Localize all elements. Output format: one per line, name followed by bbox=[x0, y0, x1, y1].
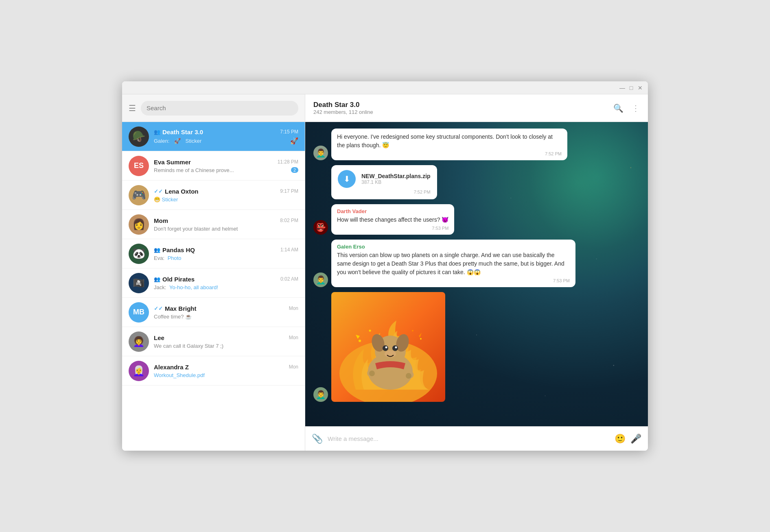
sender-name-vader: Darth Vader bbox=[337, 208, 448, 214]
chat-item-old-pirates[interactable]: 🏴‍☠️ 👥 Old Pirates 0:02 AM Jack: Yo-ho-h… bbox=[122, 268, 305, 298]
more-options-icon[interactable]: ⋮ bbox=[632, 103, 640, 113]
chat-name: ✓✓ Lena Oxton bbox=[154, 188, 199, 195]
chat-info-lena: ✓✓ Lena Oxton 9:17 PM 😁 Sticker bbox=[154, 188, 298, 203]
chat-time: Mon bbox=[289, 335, 298, 340]
chat-name-row: ✓✓ Lena Oxton 9:17 PM bbox=[154, 188, 298, 195]
messages-container: 👨‍🦱 Hi everyone. I've redesigned some ke… bbox=[305, 122, 648, 426]
sticker-container bbox=[331, 292, 445, 402]
chat-time: 0:02 AM bbox=[280, 276, 298, 282]
chat-info-alexandra: Alexandra Z Mon Workout_Shedule.pdf bbox=[154, 364, 298, 378]
svg-point-16 bbox=[420, 338, 422, 340]
message-bubble-vader: Darth Vader How will these changes affec… bbox=[331, 204, 454, 235]
bubble-time: 7:52 PM bbox=[337, 151, 562, 156]
sticker-image bbox=[331, 292, 445, 402]
unread-badge: 2 bbox=[291, 167, 298, 173]
file-info: NEW_DeathStar.plans.zip 387.1 KB bbox=[361, 173, 431, 185]
svg-point-14 bbox=[406, 373, 411, 379]
close-button[interactable]: ✕ bbox=[637, 85, 643, 91]
chat-item-max-bright[interactable]: MB ✓✓ Max Bright Mon Coffee time? ☕ bbox=[122, 298, 305, 327]
chat-item-mom[interactable]: 👩 Mom 8:02 PM Don't forget your blaster … bbox=[122, 210, 305, 239]
chat-preview: Jack: Yo-ho-ho, all aboard! bbox=[154, 284, 298, 290]
chat-name: Eva Summer bbox=[154, 159, 191, 166]
pinned-icon: 🚀 bbox=[290, 137, 298, 145]
chat-item-alexandra[interactable]: 👩‍🦳 Alexandra Z Mon Workout_Shedule.pdf bbox=[122, 356, 305, 386]
chat-name: Alexandra Z bbox=[154, 364, 189, 371]
svg-point-7 bbox=[385, 347, 387, 349]
chat-header-actions: 🔍 ⋮ bbox=[613, 103, 640, 113]
search-box[interactable] bbox=[141, 101, 298, 116]
menu-icon[interactable]: ☰ bbox=[129, 103, 136, 113]
bubble-text: This version can blow up two planets on … bbox=[337, 251, 570, 277]
msg-avatar-galen3: 👨‍🦱 bbox=[313, 387, 328, 402]
emoji-icon[interactable]: 🙂 bbox=[615, 434, 626, 444]
chat-item-lena-oxton[interactable]: 🎮 ✓✓ Lena Oxton 9:17 PM 😁 Sticker bbox=[122, 181, 305, 210]
chat-info-max: ✓✓ Max Bright Mon Coffee time? ☕ bbox=[154, 305, 298, 320]
avatar-alexandra: 👩‍🦳 bbox=[129, 361, 149, 381]
chat-preview: 😁 Sticker bbox=[154, 196, 298, 203]
attach-icon[interactable]: 📎 bbox=[312, 434, 323, 444]
input-area: 📎 🙂 🎤 bbox=[305, 426, 648, 451]
avatar-pirates: 🏴‍☠️ bbox=[129, 273, 149, 293]
mic-icon[interactable]: 🎤 bbox=[630, 434, 641, 444]
svg-point-8 bbox=[395, 347, 397, 349]
chat-name-row: Alexandra Z Mon bbox=[154, 364, 298, 371]
chat-item-pandas-hq[interactable]: 🐼 👥 Pandas HQ 1:14 AM Eva: Photo bbox=[122, 239, 305, 268]
message-bubble-file: ⬇ NEW_DeathStar.plans.zip 387.1 KB 7:52 … bbox=[331, 165, 437, 199]
chat-name: 👥 Old Pirates bbox=[154, 276, 195, 283]
chat-name-row: Eva Summer 11:28 PM bbox=[154, 159, 298, 166]
bubble-text: How will these changes affect the users?… bbox=[337, 216, 448, 224]
chat-preview: Coffee time? ☕ bbox=[154, 314, 298, 320]
chat-info-pirates: 👥 Old Pirates 0:02 AM Jack: Yo-ho-ho, al… bbox=[154, 276, 298, 290]
search-chat-icon[interactable]: 🔍 bbox=[613, 103, 623, 113]
chat-name: ✓✓ Max Bright bbox=[154, 305, 197, 312]
svg-point-5 bbox=[383, 345, 388, 351]
chat-name-row: 👥 Pandas HQ 1:14 AM bbox=[154, 246, 298, 253]
chat-preview: Workout_Shedule.pdf bbox=[154, 372, 298, 378]
chat-time: 1:14 AM bbox=[280, 247, 298, 253]
chat-info-death-star: 👥 Death Star 3.0 7:15 PM Galen: 🚀 Sticke… bbox=[154, 129, 298, 145]
search-input[interactable] bbox=[147, 105, 293, 111]
main-area: ☰ 🪖 👥 Death Star 3.0 bbox=[122, 94, 648, 451]
chat-name: 👥 Death Star 3.0 bbox=[154, 129, 203, 135]
avatar-lee: 👩‍🦱 bbox=[129, 331, 149, 352]
msg-avatar-galen2: 👨‍🦱 bbox=[313, 273, 328, 287]
svg-point-18 bbox=[412, 330, 413, 331]
chat-time: 8:02 PM bbox=[280, 218, 298, 223]
message-bubble-1: Hi everyone. I've redesigned some key st… bbox=[331, 129, 567, 160]
group-icon: 👥 bbox=[154, 129, 160, 135]
chat-info-lee: Lee Mon We can call it Galaxy Star 7 ;) bbox=[154, 334, 298, 349]
chat-time: Mon bbox=[289, 305, 298, 311]
avatar-mom: 👩 bbox=[129, 214, 149, 235]
chat-item-eva-summer[interactable]: ES Eva Summer 11:28 PM Reminds me of a C… bbox=[122, 151, 305, 181]
chat-item-death-star[interactable]: 🪖 👥 Death Star 3.0 7:15 PM Galen: 🚀 Stic… bbox=[122, 122, 305, 151]
messages-content: 👨‍🦱 Hi everyone. I've redesigned some ke… bbox=[313, 129, 640, 402]
chat-time: 7:15 PM bbox=[280, 129, 298, 135]
sidebar: ☰ 🪖 👥 Death Star 3.0 bbox=[122, 94, 305, 451]
chat-subtitle: 242 members, 112 online bbox=[313, 109, 373, 115]
svg-point-13 bbox=[369, 371, 375, 376]
file-attachment: ⬇ NEW_DeathStar.plans.zip 387.1 KB bbox=[338, 170, 431, 188]
file-download-icon[interactable]: ⬇ bbox=[338, 170, 356, 188]
msg-avatar-galen: 👨‍🦱 bbox=[313, 146, 328, 160]
group-icon: 👥 bbox=[154, 276, 160, 282]
chat-preview: Reminds me of a Chinese prove... 2 bbox=[154, 167, 298, 173]
chat-info-pandas: 👥 Pandas HQ 1:14 AM Eva: Photo bbox=[154, 246, 298, 261]
chat-preview: Don't forget your blaster and helmet bbox=[154, 226, 298, 232]
bubble-time: 7:53 PM bbox=[337, 226, 448, 231]
chat-header-info: Death Star 3.0 242 members, 112 online bbox=[313, 101, 373, 115]
chat-name-row: ✓✓ Max Bright Mon bbox=[154, 305, 298, 312]
minimize-button[interactable]: — bbox=[619, 85, 625, 91]
chat-title: Death Star 3.0 bbox=[313, 101, 373, 109]
chat-name-row: 👥 Death Star 3.0 7:15 PM bbox=[154, 129, 298, 135]
message-input[interactable] bbox=[328, 435, 610, 442]
file-size: 387.1 KB bbox=[361, 179, 431, 185]
message-row-2: ⬇ NEW_DeathStar.plans.zip 387.1 KB 7:52 … bbox=[331, 165, 640, 199]
title-bar: — □ ✕ bbox=[122, 81, 648, 94]
svg-point-6 bbox=[392, 345, 398, 351]
message-bubble-galen: Galen Erso This version can blow up two … bbox=[331, 240, 575, 287]
app-window: — □ ✕ ☰ 🪖 bbox=[122, 81, 648, 451]
maximize-button[interactable]: □ bbox=[628, 85, 634, 91]
chat-time: 11:28 PM bbox=[278, 159, 298, 165]
chat-name: Mom bbox=[154, 217, 168, 224]
chat-item-lee[interactable]: 👩‍🦱 Lee Mon We can call it Galaxy Star 7… bbox=[122, 327, 305, 356]
